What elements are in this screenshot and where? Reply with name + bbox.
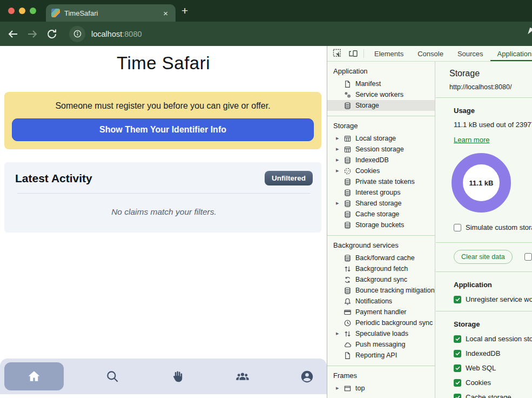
tree-item-notifications[interactable]: Notifications (327, 296, 435, 307)
expand-arrow-icon[interactable]: ▶ (336, 158, 343, 162)
tree-item-indexeddb[interactable]: ▶IndexedDB (327, 155, 435, 165)
tree-item-storage[interactable]: Storage (327, 100, 435, 111)
sidebar-section-storage: Storage▶Local storage▶Session storage▶In… (327, 116, 435, 236)
tab-title: TimeSafari (64, 9, 161, 17)
nav-hand-button[interactable] (170, 369, 185, 384)
devtools-tab-application[interactable]: Application (490, 46, 532, 61)
device-toolbar-icon[interactable] (348, 48, 359, 59)
reload-icon[interactable] (45, 28, 58, 41)
tree-item-payment-handler[interactable]: Payment handler (327, 307, 435, 317)
include-third-party-checkbox[interactable]: in (524, 253, 532, 261)
sidebar-section-title: Storage (327, 118, 435, 133)
devtools-tab-elements[interactable]: Elements (367, 46, 410, 61)
storage-checkbox-cache-storage[interactable]: Cache storage (454, 393, 532, 398)
tree-item-back-forward-cache[interactable]: Back/forward cache (327, 253, 435, 263)
tree-item-label: Push messaging (355, 341, 405, 348)
tree-item-label: Session storage (355, 145, 404, 153)
tree-item-background-sync[interactable]: Background sync (327, 274, 435, 285)
tree-item-interest-groups[interactable]: Interest groups (327, 187, 435, 198)
devtools-tab-console[interactable]: Console (410, 46, 450, 61)
checkbox-label: Local and session stora (466, 335, 532, 343)
site-info-button[interactable] (69, 26, 85, 42)
tree-item-top[interactable]: ▶top (327, 383, 435, 394)
back-icon[interactable] (6, 28, 19, 41)
tree-item-label: IndexedDB (355, 156, 389, 164)
storage-section-heading: Storage (454, 320, 532, 328)
clear-site-data-button[interactable]: Clear site data (454, 250, 513, 264)
storage-checkbox-cookies[interactable]: Cookies (454, 379, 532, 387)
tree-item-label: Cookies (355, 167, 380, 175)
tree-item-private-state-tokens[interactable]: Private state tokens (327, 176, 435, 187)
usage-text: 11.1 kB used out of 239779 (454, 121, 532, 129)
devtools-tab-sources[interactable]: Sources (450, 46, 490, 61)
expand-arrow-icon[interactable]: ▶ (336, 169, 343, 173)
tree-item-reporting-api[interactable]: Reporting API (327, 350, 435, 361)
inspect-element-icon[interactable] (332, 48, 343, 59)
tree-item-storage-buckets[interactable]: Storage buckets (327, 220, 435, 230)
tree-item-cookies[interactable]: ▶Cookies (327, 165, 435, 176)
database-icon (343, 286, 352, 295)
simulate-quota-checkbox[interactable]: Simulate custom stora (454, 223, 532, 231)
tree-item-manifest[interactable]: Manifest (327, 78, 435, 89)
tree-item-bounce-tracking-mitigation[interactable]: Bounce tracking mitigation (327, 285, 435, 296)
tree-item-local-storage[interactable]: ▶Local storage (327, 133, 435, 144)
show-identifier-info-button[interactable]: Show Them Your Identifier Info (12, 118, 314, 141)
latest-activity-heading: Latest Activity (15, 172, 92, 185)
learn-more-link[interactable]: Learn more (454, 136, 489, 144)
nav-home-button-active[interactable] (4, 362, 64, 390)
tree-item-label: Bounce tracking mitigation (355, 287, 435, 294)
checkbox-unchecked-icon (454, 224, 461, 231)
database-icon (343, 101, 352, 110)
minimize-window-button[interactable] (19, 8, 25, 14)
expand-arrow-icon[interactable]: ▶ (336, 201, 343, 205)
card-icon (343, 308, 352, 316)
nav-people-button[interactable] (235, 369, 250, 384)
tree-item-session-storage[interactable]: ▶Session storage (327, 144, 435, 155)
expand-arrow-icon[interactable]: ▶ (336, 136, 343, 141)
sidebar-section-frames: Frames▶top (327, 366, 435, 398)
cookie-icon (343, 167, 352, 175)
toolbar-divider (363, 49, 364, 58)
close-window-button[interactable] (8, 8, 15, 14)
storage-checkbox-web-sql[interactable]: Web SQL (454, 364, 532, 372)
document-icon (343, 79, 352, 88)
tree-item-label: Notifications (355, 297, 392, 305)
tree-item-background-fetch[interactable]: Background fetch (327, 263, 435, 274)
tree-item-cache-storage[interactable]: Cache storage (327, 209, 435, 220)
forward-icon[interactable] (26, 28, 39, 41)
tree-item-label: Payment handler (355, 308, 407, 316)
registration-alert: Someone must register you before you can… (4, 92, 321, 149)
expand-arrow-icon[interactable]: ▶ (336, 386, 343, 390)
latest-activity-card: Latest Activity Unfiltered No claims mat… (4, 162, 321, 233)
storage-checkbox-local-and-session-stora[interactable]: Local and session stora (454, 335, 532, 343)
close-tab-icon[interactable]: × (161, 8, 170, 18)
application-checkbox-unregister-service-wor[interactable]: Unregister service wor (454, 295, 532, 303)
tree-item-label: top (355, 384, 365, 392)
tree-item-label: Manifest (355, 80, 381, 88)
devtools-toolbar: ElementsConsoleSourcesApplication » (327, 46, 532, 62)
page-content: Time Safari Someone must register you be… (0, 46, 327, 398)
unfiltered-button[interactable]: Unfiltered (265, 171, 313, 185)
storage-panel-title: Storage (449, 69, 532, 78)
expand-arrow-icon[interactable]: ▶ (336, 331, 343, 336)
browser-tab[interactable]: TimeSafari × (46, 4, 176, 22)
zoom-window-button[interactable] (30, 8, 36, 14)
address-bar[interactable]: localhost:8080 (91, 30, 142, 38)
checkbox-checked-icon (454, 296, 461, 303)
table-icon (343, 134, 352, 143)
nav-profile-button[interactable] (300, 369, 314, 384)
nav-search-button[interactable] (105, 369, 120, 384)
expand-arrow-icon[interactable]: ▶ (336, 147, 343, 151)
tree-item-periodic-background-sync[interactable]: Periodic background sync (327, 317, 435, 328)
devtools-panel: ElementsConsoleSourcesApplication » Appl… (327, 46, 532, 398)
storage-checkbox-indexeddb[interactable]: IndexedDB (454, 349, 532, 357)
tree-item-label: Storage buckets (355, 221, 404, 229)
new-tab-button[interactable]: + (181, 5, 188, 16)
tree-item-service-workers[interactable]: Service workers (327, 89, 435, 100)
updown-icon (343, 264, 352, 273)
tree-item-push-messaging[interactable]: Push messaging (327, 339, 435, 350)
tree-item-label: Storage (355, 102, 379, 109)
home-icon (27, 369, 41, 383)
tree-item-speculative-loads[interactable]: ▶Speculative loads (327, 328, 435, 339)
tree-item-shared-storage[interactable]: ▶Shared storage (327, 198, 435, 209)
